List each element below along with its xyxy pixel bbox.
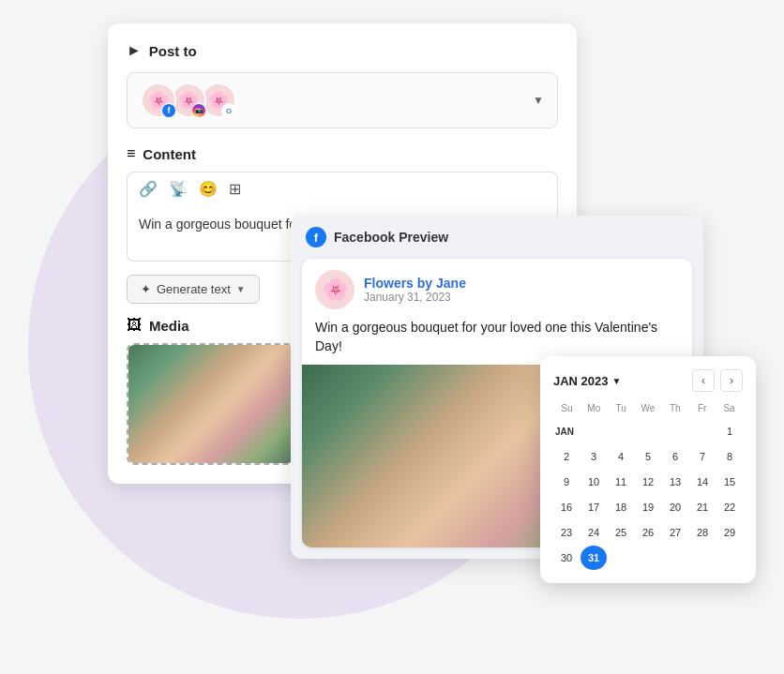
cal-day-23[interactable]: 23 xyxy=(553,520,580,545)
cal-day-14[interactable]: 14 xyxy=(689,470,716,494)
cal-day-2[interactable]: 2 xyxy=(553,444,580,469)
grid-icon[interactable]: ⊞ xyxy=(229,180,241,198)
rss-icon[interactable]: 📡 xyxy=(169,180,188,198)
generate-text-button[interactable]: ✦ Generate text ▼ xyxy=(127,275,260,304)
cal-day-6[interactable]: 6 xyxy=(662,444,688,469)
social-avatars-group: 🌸 f 🌸 📷 🌸 G xyxy=(141,82,231,118)
cal-empty-8 xyxy=(662,546,688,570)
cal-empty-10 xyxy=(716,546,743,570)
media-image-icon: 🖼 xyxy=(127,317,142,334)
cal-day-15[interactable]: 15 xyxy=(716,470,743,494)
generate-text-label: Generate text xyxy=(157,282,231,296)
cal-day-13[interactable]: 13 xyxy=(662,470,688,494)
cal-day-4[interactable]: 4 xyxy=(608,444,634,469)
content-label: Content xyxy=(143,146,196,162)
cal-day-28[interactable]: 28 xyxy=(689,520,716,545)
day-header-tu: Tu xyxy=(608,401,635,415)
calendar-widget: JAN 2023 ▼ ‹ › Su Mo Tu We Th Fr Sa JAN … xyxy=(540,356,756,583)
cal-day-20[interactable]: 20 xyxy=(662,495,688,519)
cal-day-30[interactable]: 30 xyxy=(553,546,580,570)
cal-day-8[interactable]: 8 xyxy=(716,444,743,469)
fb-preview-title: Facebook Preview xyxy=(334,230,448,245)
fb-preview-header: f Facebook Preview xyxy=(291,216,703,259)
cal-empty-5 xyxy=(689,419,716,443)
cal-empty-4 xyxy=(662,419,688,443)
cal-day-31[interactable]: 31 xyxy=(580,546,607,570)
calendar-month-year-label: JAN 2023 xyxy=(553,374,609,388)
content-section-header: Content xyxy=(127,145,558,162)
emoji-icon[interactable]: 😊 xyxy=(199,180,218,198)
cal-empty-6 xyxy=(608,546,634,570)
cal-day-16[interactable]: 16 xyxy=(553,495,580,519)
media-label: Media xyxy=(149,318,189,334)
link-icon[interactable]: 🔗 xyxy=(139,180,158,198)
calendar-grid: JAN 1 2 3 4 5 6 7 8 9 10 11 12 13 14 15 … xyxy=(553,419,743,570)
fb-post-header: 🌸 Flowers by Jane January 31, 2023 xyxy=(302,259,692,315)
cal-day-9[interactable]: 9 xyxy=(553,470,580,494)
cal-day-27[interactable]: 27 xyxy=(662,520,688,545)
post-to-arrow-icon: ► xyxy=(127,42,142,59)
calendar-month-year: JAN 2023 ▼ xyxy=(553,374,621,388)
cal-day-12[interactable]: 12 xyxy=(635,470,661,494)
content-lines-icon xyxy=(127,145,135,162)
cal-day-3[interactable]: 3 xyxy=(580,444,607,469)
cal-day-5[interactable]: 5 xyxy=(635,444,661,469)
calendar-header: JAN 2023 ▼ ‹ › xyxy=(553,369,743,392)
cal-day-11[interactable]: 11 xyxy=(608,470,634,494)
fb-post-date: January 31, 2023 xyxy=(364,291,466,304)
facebook-badge: f xyxy=(161,103,176,118)
cal-day-25[interactable]: 25 xyxy=(608,520,634,545)
cal-empty-2 xyxy=(608,419,634,443)
facebook-account-avatar: 🌸 f xyxy=(141,82,176,118)
cal-day-29[interactable]: 29 xyxy=(716,520,743,545)
cal-empty-7 xyxy=(635,546,661,570)
generate-text-dropdown-icon: ▼ xyxy=(236,284,246,294)
calendar-day-headers: Su Mo Tu We Th Fr Sa xyxy=(553,401,743,415)
cal-day-21[interactable]: 21 xyxy=(689,495,716,519)
cal-day-18[interactable]: 18 xyxy=(608,495,634,519)
day-header-su: Su xyxy=(553,401,580,415)
google-badge: G xyxy=(221,103,236,118)
cal-day-19[interactable]: 19 xyxy=(635,495,661,519)
post-to-label: Post to xyxy=(149,43,197,59)
day-header-we: We xyxy=(635,401,662,415)
cal-empty-9 xyxy=(689,546,716,570)
instagram-badge: 📷 xyxy=(191,103,206,118)
cal-day-26[interactable]: 26 xyxy=(635,520,661,545)
flower-image-placeholder xyxy=(128,345,294,463)
day-header-th: Th xyxy=(661,401,688,415)
fb-page-info: Flowers by Jane January 31, 2023 xyxy=(364,276,466,304)
cal-empty-3 xyxy=(635,419,661,443)
facebook-icon: f xyxy=(306,227,326,247)
generate-text-star-icon: ✦ xyxy=(141,282,151,296)
media-image-thumbnail[interactable] xyxy=(127,343,295,465)
cal-day-22[interactable]: 22 xyxy=(716,495,743,519)
cal-day-7[interactable]: 7 xyxy=(689,444,716,469)
cal-day-10[interactable]: 10 xyxy=(580,470,607,494)
accounts-dropdown-arrow[interactable]: ▼ xyxy=(533,94,544,107)
day-header-mo: Mo xyxy=(580,401,608,415)
calendar-navigation: ‹ › xyxy=(692,369,743,392)
day-header-sa: Sa xyxy=(716,401,743,415)
calendar-next-button[interactable]: › xyxy=(720,369,743,392)
calendar-prev-button[interactable]: ‹ xyxy=(692,369,715,392)
fb-page-name: Flowers by Jane xyxy=(364,276,466,291)
cal-day-1[interactable]: 1 xyxy=(716,419,743,443)
social-accounts-selector[interactable]: 🌸 f 🌸 📷 🌸 G ▼ xyxy=(127,72,558,128)
calendar-dropdown-icon[interactable]: ▼ xyxy=(612,376,622,386)
content-toolbar: 🔗 📡 😊 ⊞ xyxy=(127,172,558,205)
post-to-section: ► Post to xyxy=(127,42,558,59)
fb-page-avatar: 🌸 xyxy=(315,270,354,309)
cal-day-24[interactable]: 24 xyxy=(580,520,607,545)
calendar-month-label: JAN xyxy=(553,419,580,443)
cal-day-17[interactable]: 17 xyxy=(580,495,607,519)
day-header-fr: Fr xyxy=(688,401,716,415)
cal-empty-1 xyxy=(580,419,607,443)
